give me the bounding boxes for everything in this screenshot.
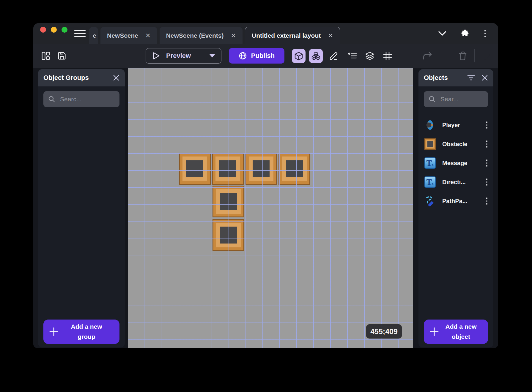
object-row-obstacle[interactable]: Obstacle xyxy=(418,135,493,154)
publish-label: Publish xyxy=(251,52,275,60)
close-panel-icon[interactable] xyxy=(481,75,488,81)
add-object-button[interactable]: Add a newobject xyxy=(424,320,488,344)
search-icon xyxy=(48,96,55,103)
kebab-menu-icon[interactable] xyxy=(483,28,488,39)
pencil-edit-icon[interactable] xyxy=(329,51,339,61)
window-controls xyxy=(40,27,67,33)
text-object-icon: Tx xyxy=(424,176,436,188)
tab-label: NewScene (Events) xyxy=(166,32,224,39)
minimize-window-button[interactable] xyxy=(51,27,57,33)
obstacle-instance[interactable] xyxy=(213,219,244,251)
tab-close-icon[interactable]: ✕ xyxy=(145,32,151,39)
add-group-button[interactable]: Add a newgroup xyxy=(43,320,119,344)
tab-label: e xyxy=(93,32,96,39)
puzzle-extensions-icon[interactable] xyxy=(460,29,469,38)
object-row-message[interactable]: Tx Message xyxy=(418,154,493,173)
obstacle-core xyxy=(220,193,237,210)
grid-icon[interactable] xyxy=(383,51,392,61)
app-window: e NewScene ✕ NewScene (Events) ✕ Untitle… xyxy=(33,23,498,348)
object-groups-searchbox xyxy=(43,91,119,107)
search-icon xyxy=(429,96,436,103)
obstacle-instance[interactable] xyxy=(179,153,211,185)
tab-close-icon[interactable]: ✕ xyxy=(231,32,236,39)
chevron-down-icon[interactable] xyxy=(438,31,446,36)
objects-title: Objects xyxy=(424,74,461,82)
edit-scene-cube-icon[interactable] xyxy=(292,49,306,63)
obstacle-instance[interactable] xyxy=(278,153,310,185)
obstacle-instance[interactable] xyxy=(212,153,244,185)
obstacle-instance[interactable] xyxy=(245,153,277,185)
tab-close-icon[interactable]: ✕ xyxy=(328,32,333,39)
edit-instances-cubes-icon[interactable] xyxy=(309,49,323,63)
zoom-in-icon[interactable] xyxy=(441,51,450,61)
tab-newscene[interactable]: NewScene ✕ xyxy=(100,27,157,44)
plus-icon xyxy=(49,327,59,337)
cursor-coordinates-badge: 455;409 xyxy=(366,324,402,339)
text-object-icon: Tx xyxy=(424,157,436,169)
edit-events-sheet-icon[interactable] xyxy=(480,51,491,61)
tab-truncated[interactable]: e xyxy=(89,27,98,44)
filter-icon[interactable] xyxy=(467,75,475,81)
object-groups-panel: Object Groups Add a newgroup xyxy=(38,69,125,347)
objects-searchbox xyxy=(424,91,488,107)
zoom-window-button[interactable] xyxy=(62,27,67,33)
object-menu-icon[interactable] xyxy=(484,196,489,206)
plus-icon xyxy=(429,327,439,337)
toolbar-divider xyxy=(474,49,475,62)
path-paint-object-icon xyxy=(424,195,436,207)
objects-header: Objects xyxy=(418,69,493,86)
obstacle-core xyxy=(253,160,270,177)
object-groups-title: Object Groups xyxy=(43,74,106,82)
publish-button[interactable]: Publish xyxy=(229,48,284,64)
close-window-button[interactable] xyxy=(40,27,46,33)
instances-list-icon[interactable] xyxy=(348,51,357,61)
object-row-pathpaint[interactable]: PathPa... xyxy=(418,192,493,211)
object-row-directions[interactable]: Tx Directi... xyxy=(418,173,493,192)
preview-label: Preview xyxy=(166,52,203,60)
hamburger-menu-icon[interactable] xyxy=(74,28,86,39)
object-row-player[interactable]: Player xyxy=(418,116,493,135)
object-menu-icon[interactable] xyxy=(484,120,489,130)
tab-newscene-events[interactable]: NewScene (Events) ✕ xyxy=(160,27,243,44)
close-panel-icon[interactable] xyxy=(113,75,119,81)
object-groups-header: Object Groups xyxy=(38,69,125,86)
layers-icon[interactable] xyxy=(365,51,374,61)
object-menu-icon[interactable] xyxy=(484,158,489,168)
redo-icon[interactable] xyxy=(423,51,432,61)
preview-dropdown-caret-icon[interactable] xyxy=(203,54,221,58)
obstacle-core xyxy=(186,160,203,177)
player-sprite-icon xyxy=(424,119,436,131)
objects-list: Player Obstacle Tx Message Tx Directi... xyxy=(418,116,493,211)
titlebar-right-icons xyxy=(438,23,488,44)
preview-button[interactable]: Preview xyxy=(146,48,221,64)
tab-label: Untitled external layout xyxy=(252,32,321,39)
obstacle-instance[interactable] xyxy=(213,186,244,217)
obstacle-sprite-icon xyxy=(424,138,436,150)
object-groups-search-input[interactable] xyxy=(59,95,115,103)
toolbar: Preview Publish xyxy=(33,44,498,68)
objects-search-input[interactable] xyxy=(440,95,483,103)
undo-icon[interactable] xyxy=(405,51,414,61)
trash-icon[interactable] xyxy=(458,51,468,61)
object-menu-icon[interactable] xyxy=(484,139,489,149)
object-menu-icon[interactable] xyxy=(484,177,489,187)
content-area: 455;409 Object Groups Add a newgroup Ob xyxy=(33,68,498,348)
objects-panel: Objects Player xyxy=(418,69,493,347)
tab-label: NewScene xyxy=(107,32,138,39)
preview-play-icon xyxy=(152,52,160,60)
tab-strip: e NewScene ✕ NewScene (Events) ✕ Untitle… xyxy=(89,27,340,44)
titlebar: e NewScene ✕ NewScene (Events) ✕ Untitle… xyxy=(33,23,498,44)
tab-untitled-external-layout[interactable]: Untitled external layout ✕ xyxy=(245,27,340,44)
project-manager-icon[interactable] xyxy=(41,51,51,61)
obstacle-core xyxy=(219,160,236,177)
grid-overlay xyxy=(128,68,413,348)
obstacle-core xyxy=(286,160,303,177)
save-icon[interactable] xyxy=(57,51,67,61)
obstacle-core xyxy=(220,227,237,244)
globe-icon xyxy=(239,52,247,60)
scene-canvas[interactable]: 455;409 xyxy=(128,68,413,348)
